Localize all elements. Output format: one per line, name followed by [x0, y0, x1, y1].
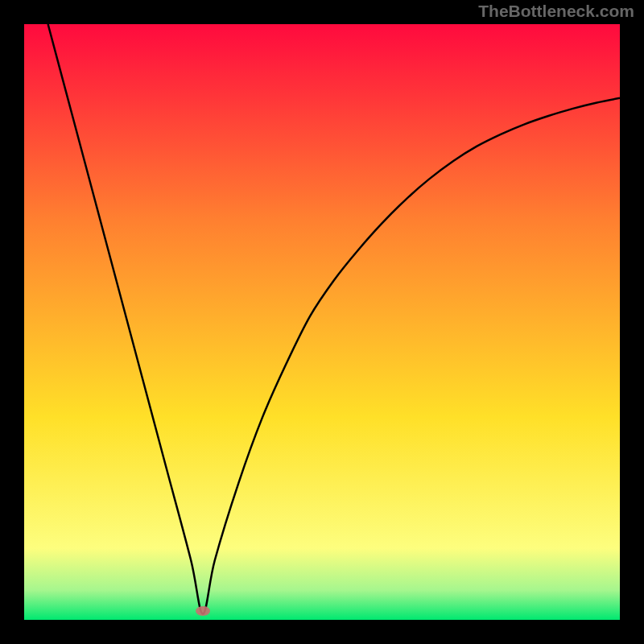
chart-svg	[0, 0, 644, 644]
plot-area	[24, 24, 620, 620]
optimal-point-marker	[196, 606, 210, 616]
chart-container: TheBottleneck.com	[0, 0, 644, 644]
watermark-text: TheBottleneck.com	[478, 2, 634, 21]
